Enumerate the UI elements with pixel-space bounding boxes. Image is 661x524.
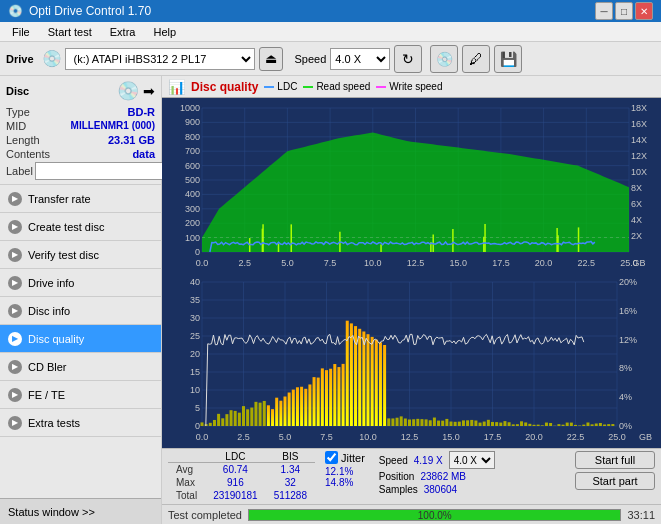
top-chart-canvas xyxy=(164,100,659,272)
speed-select[interactable]: 4.0 X xyxy=(330,48,390,70)
jitter-avg-val: 12.1% xyxy=(325,466,365,477)
nav-fe-te[interactable]: ▶ FE / TE xyxy=(0,381,161,409)
legend-ldc-dot xyxy=(264,86,274,88)
drive-label: Drive xyxy=(6,53,34,65)
samples-value: 380604 xyxy=(424,484,457,495)
nav-disc-info[interactable]: ▶ Disc info xyxy=(0,297,161,325)
stats-total-row: Total 23190181 511288 xyxy=(168,489,315,502)
stats-total-ldc: 23190181 xyxy=(205,489,266,502)
stats-max-bis: 32 xyxy=(266,476,315,489)
stats-max-label: Max xyxy=(168,476,205,489)
nav-verify-test-disc-label: Verify test disc xyxy=(28,249,99,261)
close-button[interactable]: ✕ xyxy=(635,2,653,20)
nav-disc-quality[interactable]: ▶ Disc quality xyxy=(0,325,161,353)
speed-label: Speed xyxy=(295,53,327,65)
menu-help[interactable]: Help xyxy=(145,25,184,39)
length-value: 23.31 GB xyxy=(108,134,155,146)
nav-fe-te-icon: ▶ xyxy=(8,388,22,402)
stats-avg-ldc: 60.74 xyxy=(205,463,266,477)
refresh-button[interactable]: ↻ xyxy=(394,45,422,73)
speed-row: Speed 4.19 X 4.0 X xyxy=(379,451,495,469)
length-label: Length xyxy=(6,134,40,146)
jitter-checkbox-row[interactable]: Jitter xyxy=(325,451,365,464)
jitter-checkbox[interactable] xyxy=(325,451,338,464)
legend-write-label: Write speed xyxy=(389,81,442,92)
sidebar: Disc 💿 ➡ Type BD-R MID MILLENMR1 (000) L… xyxy=(0,76,162,524)
legend-ldc: LDC xyxy=(264,81,297,92)
nav-disc-info-label: Disc info xyxy=(28,305,70,317)
stats-max-row: Max 916 32 xyxy=(168,476,315,489)
bottom-bar: Test completed 100.0% 33:11 xyxy=(162,504,661,524)
mid-label: MID xyxy=(6,120,26,132)
nav-buttons: ▶ Transfer rate ▶ Create test disc ▶ Ver… xyxy=(0,185,161,498)
disc-arrow-icon: ➡ xyxy=(143,83,155,99)
menu-start-test[interactable]: Start test xyxy=(40,25,100,39)
legend-write: Write speed xyxy=(376,81,442,92)
nav-transfer-rate[interactable]: ▶ Transfer rate xyxy=(0,185,161,213)
stats-header-ldc: LDC xyxy=(205,451,266,463)
status-window-button[interactable]: Status window >> xyxy=(0,498,161,524)
stats-header-bis: BIS xyxy=(266,451,315,463)
save-button[interactable]: 💾 xyxy=(494,45,522,73)
nav-drive-info[interactable]: ▶ Drive info xyxy=(0,269,161,297)
bottom-chart-canvas xyxy=(164,274,659,446)
position-row: Position 23862 MB xyxy=(379,471,495,482)
burn-button[interactable]: 🖊 xyxy=(462,45,490,73)
minimize-button[interactable]: ─ xyxy=(595,2,613,20)
menu-extra[interactable]: Extra xyxy=(102,25,144,39)
status-text: Test completed xyxy=(168,509,242,521)
nav-cd-bler[interactable]: ▶ CD Bler xyxy=(0,353,161,381)
stats-total-bis: 511288 xyxy=(266,489,315,502)
start-full-button[interactable]: Start full xyxy=(575,451,655,469)
nav-transfer-rate-label: Transfer rate xyxy=(28,193,91,205)
jitter-panel: Jitter 12.1% 14.8% xyxy=(325,451,365,488)
speed-mode-select[interactable]: 4.0 X xyxy=(449,451,495,469)
drive-select[interactable]: (k:) ATAPI iHBS312 2 PL17 xyxy=(65,48,255,70)
charts-area xyxy=(162,98,661,448)
nav-drive-info-icon: ▶ xyxy=(8,276,22,290)
legend-ldc-label: LDC xyxy=(277,81,297,92)
toolbar: Drive 💿 (k:) ATAPI iHBS312 2 PL17 ⏏ Spee… xyxy=(0,42,661,76)
disc-quality-title: Disc quality xyxy=(191,80,258,94)
position-label: Position xyxy=(379,471,415,482)
nav-verify-test-disc[interactable]: ▶ Verify test disc xyxy=(0,241,161,269)
disc-type-row: Type BD-R xyxy=(6,106,155,118)
disc-small-icon: 💿 xyxy=(117,80,139,102)
nav-disc-quality-label: Disc quality xyxy=(28,333,84,345)
nav-extra-tests-icon: ▶ xyxy=(8,416,22,430)
nav-extra-tests-label: Extra tests xyxy=(28,417,80,429)
stats-avg-bis: 1.34 xyxy=(266,463,315,477)
legend-read-dot xyxy=(303,86,313,88)
speed-panel: Speed 4.19 X 4.0 X Position 23862 MB Sam… xyxy=(379,451,495,497)
stats-total-label: Total xyxy=(168,489,205,502)
jitter-max-val: 14.8% xyxy=(325,477,365,488)
stats-max-ldc: 916 xyxy=(205,476,266,489)
samples-row: Samples 380604 xyxy=(379,484,495,495)
menu-file[interactable]: File xyxy=(4,25,38,39)
disc-quality-chart-icon: 📊 xyxy=(168,79,185,95)
nav-disc-quality-icon: ▶ xyxy=(8,332,22,346)
menu-bar: File Start test Extra Help xyxy=(0,22,661,42)
contents-value: data xyxy=(132,148,155,160)
stats-bar: LDC BIS Avg 60.74 1.34 Max 916 32 Total … xyxy=(162,448,661,504)
nav-create-test-disc[interactable]: ▶ Create test disc xyxy=(0,213,161,241)
speed-label: Speed xyxy=(379,455,408,466)
nav-drive-info-label: Drive info xyxy=(28,277,74,289)
stats-header-empty xyxy=(168,451,205,463)
nav-verify-test-disc-icon: ▶ xyxy=(8,248,22,262)
maximize-button[interactable]: □ xyxy=(615,2,633,20)
samples-label: Samples xyxy=(379,484,418,495)
type-value: BD-R xyxy=(128,106,156,118)
legend-read-label: Read speed xyxy=(316,81,370,92)
drive-icon: 💿 xyxy=(42,49,62,68)
time-label: 33:11 xyxy=(627,509,655,521)
type-label: Type xyxy=(6,106,30,118)
nav-extra-tests[interactable]: ▶ Extra tests xyxy=(0,409,161,437)
disc-label-row: Label 🔍 xyxy=(6,162,155,180)
disc-label-input[interactable] xyxy=(35,162,168,180)
start-part-button[interactable]: Start part xyxy=(575,472,655,490)
eject-button[interactable]: ⏏ xyxy=(259,47,283,71)
disc-button[interactable]: 💿 xyxy=(430,45,458,73)
disc-mid-row: MID MILLENMR1 (000) xyxy=(6,120,155,132)
progress-percent: 100.0% xyxy=(418,510,452,522)
